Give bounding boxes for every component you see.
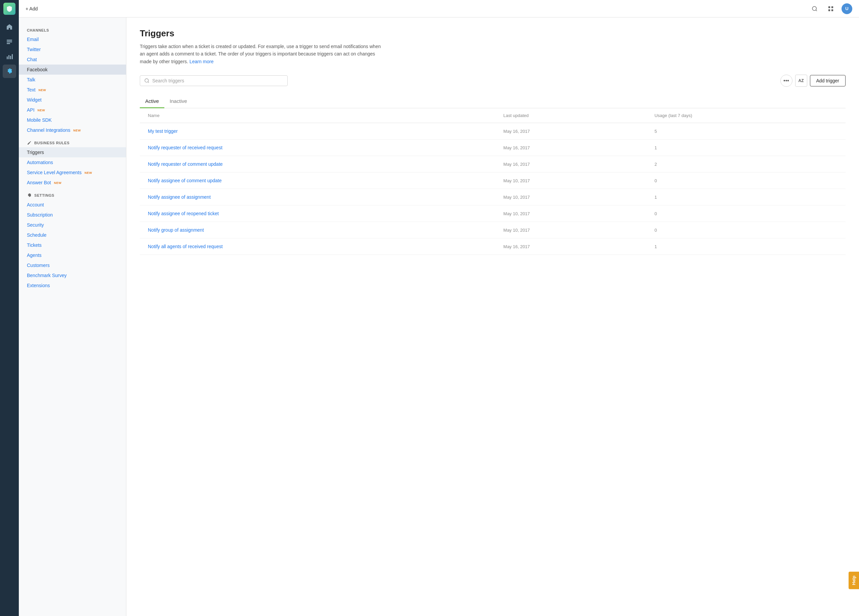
trigger-name[interactable]: Notify assignee of reopened ticket <box>140 205 498 222</box>
col-usage: Usage (last 7 days) <box>649 108 846 123</box>
business-rules-label: BUSINESS RULES <box>34 141 70 145</box>
sidebar-item-subscription[interactable]: Subscription <box>19 210 126 220</box>
add-trigger-label: Add trigger <box>816 78 839 83</box>
sidebar-item-chat[interactable]: Chat <box>19 55 126 64</box>
app-logo[interactable] <box>3 3 16 15</box>
sidebar-item-schedule[interactable]: Schedule <box>19 230 126 240</box>
search-input[interactable] <box>152 78 283 83</box>
more-options-button[interactable]: ••• <box>780 75 792 87</box>
sidebar-item-channel-integrations[interactable]: Channel Integrations NEW <box>19 125 126 135</box>
trigger-date: May 16, 2017 <box>498 238 649 255</box>
search-bar-row: ••• AZ Add trigger <box>140 75 846 87</box>
search-input-icon <box>144 78 150 83</box>
grid-icon[interactable] <box>825 3 836 14</box>
svg-rect-4 <box>8 55 9 59</box>
svg-rect-8 <box>828 6 830 8</box>
avatar[interactable]: U <box>842 3 852 14</box>
table-row: Notify requester of comment update May 1… <box>140 156 846 172</box>
sidebar-item-triggers[interactable]: Triggers <box>19 147 126 157</box>
trigger-name[interactable]: Notify requester of comment update <box>140 156 498 172</box>
trigger-name[interactable]: Notify requester of received request <box>140 139 498 156</box>
sidebar-item-agents[interactable]: Agents <box>19 250 126 260</box>
trigger-usage: 0 <box>649 222 846 238</box>
trigger-name[interactable]: Notify assignee of comment update <box>140 172 498 189</box>
sort-button[interactable]: AZ <box>795 75 807 87</box>
sidebar-item-talk[interactable]: Talk <box>19 75 126 85</box>
sidebar-item-customers[interactable]: Customers <box>19 260 126 270</box>
sidebar-item-account[interactable]: Account <box>19 200 126 210</box>
svg-rect-11 <box>831 9 833 11</box>
sla-new-badge: NEW <box>85 171 92 175</box>
reports-icon[interactable] <box>3 50 16 63</box>
trigger-usage: 2 <box>649 156 846 172</box>
sort-label: AZ <box>798 78 804 83</box>
trigger-usage: 1 <box>649 238 846 255</box>
sidebar-item-twitter[interactable]: Twitter <box>19 44 126 55</box>
tabs: Active Inactive <box>140 95 846 108</box>
svg-rect-6 <box>12 54 13 59</box>
avatar-initials: U <box>845 6 848 11</box>
table-row: Notify assignee of comment update May 10… <box>140 172 846 189</box>
page-title: Triggers <box>140 28 846 39</box>
home-icon[interactable] <box>3 20 16 34</box>
sidebar-item-widget[interactable]: Widget <box>19 95 126 105</box>
table-row: Notify assignee of reopened ticket May 1… <box>140 205 846 222</box>
sidebar-item-tickets[interactable]: Tickets <box>19 240 126 250</box>
trigger-usage: 0 <box>649 205 846 222</box>
settings-section-header: SETTINGS <box>19 188 126 200</box>
settings-icon[interactable] <box>3 64 16 78</box>
trigger-date: May 10, 2017 <box>498 172 649 189</box>
trigger-date: May 16, 2017 <box>498 139 649 156</box>
main-layout: CHANNELS Email Twitter Chat Facebook Tal… <box>19 17 859 616</box>
sidebar-item-facebook[interactable]: Facebook <box>19 64 126 75</box>
add-trigger-button[interactable]: Add trigger <box>810 75 846 86</box>
sidebar-item-security[interactable]: Security <box>19 220 126 230</box>
search-icon[interactable] <box>809 3 820 14</box>
svg-rect-1 <box>7 41 12 42</box>
settings-label: SETTINGS <box>34 193 55 197</box>
top-header: + Add U <box>19 0 859 17</box>
tab-active[interactable]: Active <box>140 95 164 108</box>
channel-integrations-new-badge: NEW <box>73 129 81 132</box>
trigger-usage: 5 <box>649 123 846 139</box>
trigger-usage: 0 <box>649 172 846 189</box>
trigger-name[interactable]: Notify group of assignment <box>140 222 498 238</box>
trigger-name[interactable]: Notify all agents of received request <box>140 238 498 255</box>
learn-more-link[interactable]: Learn more <box>189 59 214 64</box>
trigger-name[interactable]: Notify assignee of assignment <box>140 189 498 205</box>
icon-rail <box>0 0 19 616</box>
svg-rect-3 <box>7 56 8 59</box>
trigger-date: May 16, 2017 <box>498 156 649 172</box>
trigger-date: May 10, 2017 <box>498 205 649 222</box>
channels-section-header: CHANNELS <box>19 23 126 34</box>
answer-bot-new-badge: NEW <box>54 181 61 184</box>
sidebar-item-automations[interactable]: Automations <box>19 157 126 167</box>
tab-inactive[interactable]: Inactive <box>164 95 192 108</box>
dots-icon: ••• <box>783 78 789 84</box>
sidebar-item-text[interactable]: Text NEW <box>19 85 126 95</box>
header-actions: U <box>809 3 852 14</box>
tickets-icon[interactable] <box>3 35 16 48</box>
sidebar-item-benchmark-survey[interactable]: Benchmark Survey <box>19 270 126 280</box>
table-row: My test trigger May 16, 2017 5 <box>140 123 846 139</box>
svg-rect-5 <box>10 56 11 59</box>
sidebar-item-mobile-sdk[interactable]: Mobile SDK <box>19 115 126 125</box>
svg-rect-10 <box>828 9 830 11</box>
add-button[interactable]: + Add <box>25 6 37 11</box>
add-label: + Add <box>25 6 37 11</box>
table-row: Notify group of assignment May 10, 2017 … <box>140 222 846 238</box>
help-button[interactable]: Help <box>848 572 859 589</box>
svg-point-12 <box>145 79 148 82</box>
col-last-updated: Last updated <box>498 108 649 123</box>
api-new-badge: NEW <box>37 109 45 112</box>
sidebar-item-answer-bot[interactable]: Answer Bot NEW <box>19 178 126 188</box>
trigger-name[interactable]: My test trigger <box>140 123 498 139</box>
sidebar-item-api[interactable]: API NEW <box>19 105 126 115</box>
sidebar-item-extensions[interactable]: Extensions <box>19 280 126 291</box>
svg-point-7 <box>812 6 816 11</box>
trigger-date: May 16, 2017 <box>498 123 649 139</box>
sidebar-item-email[interactable]: Email <box>19 34 126 44</box>
svg-rect-2 <box>7 43 10 44</box>
table-row: Notify requester of received request May… <box>140 139 846 156</box>
sidebar-item-sla[interactable]: Service Level Agreements NEW <box>19 167 126 178</box>
